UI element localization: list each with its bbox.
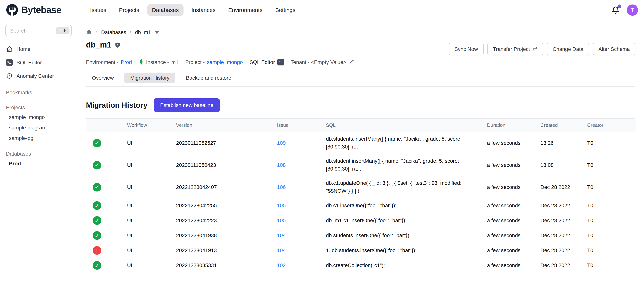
tab-overview[interactable]: Overview [86, 73, 120, 83]
issue-link[interactable]: 104 [277, 232, 286, 238]
created-cell: Dec 28 2022 [540, 213, 587, 228]
column-header [86, 119, 127, 132]
title-row: db_m1 Sync NowTransfer Project⇄Change Da… [86, 40, 636, 55]
sidebar-item-sample-diagram[interactable]: sample-diagram [5, 122, 72, 133]
duration-cell: a few seconds [487, 176, 540, 198]
created-cell: 13:08 [540, 154, 587, 176]
issue-link[interactable]: 105 [277, 202, 286, 208]
sidebar-item-sample-mongo[interactable]: sample_mongo [5, 112, 72, 122]
created-cell: Dec 28 2022 [540, 176, 587, 198]
table-row[interactable]: ✓ UI 20230111050423 108 db.student.inser… [86, 154, 636, 176]
table-row[interactable]: ✓ UI 20221228042223 105 db_m1.c1.insertO… [86, 213, 636, 228]
issue-link[interactable]: 105 [277, 217, 286, 223]
creator-cell: T0 [587, 258, 636, 273]
issue-link[interactable]: 108 [277, 162, 286, 168]
top-nav-instances[interactable]: Instances [187, 4, 220, 16]
top-nav-settings[interactable]: Settings [270, 4, 300, 16]
duration-cell: a few seconds [487, 243, 540, 258]
table-row[interactable]: ✓ UI 20221228042255 105 db.c1.insertOne(… [86, 198, 636, 213]
shield-alert-icon [6, 73, 13, 79]
duration-cell: a few seconds [487, 132, 540, 154]
breadcrumb-databases[interactable]: Databases [101, 29, 126, 35]
search-input[interactable] [9, 27, 53, 34]
duration-cell: a few seconds [487, 228, 540, 243]
tab-migration-history[interactable]: Migration History [124, 73, 176, 83]
creator-cell: T0 [587, 213, 636, 228]
duration-cell: a few seconds [487, 258, 540, 273]
project-link[interactable]: sample_mongo [207, 59, 243, 65]
column-header: Version [176, 119, 277, 132]
transfer-project-button[interactable]: Transfer Project⇄ [488, 43, 543, 55]
top-right: T [611, 4, 638, 16]
sync-now-button[interactable]: Sync Now [449, 43, 484, 55]
environment-link[interactable]: Prod [121, 59, 132, 65]
sql-cell: db.c1.updateOne( { _id: 3 }, [ { $set: {… [326, 176, 487, 198]
notification-dot [618, 4, 621, 8]
duration-cell: a few seconds [487, 154, 540, 176]
version-cell: 20221228042407 [176, 176, 277, 198]
tab-backup-and-restore[interactable]: Backup and restore [180, 73, 237, 83]
brand-name: Bytebase [21, 5, 61, 15]
version-cell: 20221228035331 [176, 258, 277, 273]
edit-pencil-icon[interactable] [348, 59, 354, 65]
top-nav-issues[interactable]: Issues [85, 4, 111, 16]
instance-link[interactable]: m1 [171, 59, 178, 65]
issue-link[interactable]: 102 [277, 262, 286, 268]
duration-cell: a few seconds [487, 213, 540, 228]
sidebar-item-anomaly-center[interactable]: Anomaly Center [5, 70, 72, 82]
table-row[interactable]: ✓ UI 20230111052527 109 db.students.inse… [86, 132, 636, 154]
terminal-icon: >_ [6, 59, 13, 66]
sidebar-item-home[interactable]: Home [5, 43, 72, 55]
top-nav-environments[interactable]: Environments [223, 4, 267, 16]
meta-sql-editor[interactable]: SQL Editor >_ [250, 59, 284, 66]
column-header: Creator [587, 119, 636, 132]
status-error-icon: ! [93, 246, 101, 255]
status-success-icon: ✓ [93, 183, 101, 191]
notifications-bell-icon[interactable] [611, 6, 620, 15]
table-row[interactable]: ✓ UI 20221228042407 106 db.c1.updateOne(… [86, 176, 636, 198]
alter-schema-button[interactable]: Alter Schema [593, 43, 636, 55]
change-data-button[interactable]: Change Data [547, 43, 589, 55]
app-window: Bytebase IssuesProjectsDatabasesInstance… [0, 0, 644, 297]
terminal-icon: >_ [277, 59, 284, 66]
bytebase-logo-icon [6, 4, 18, 16]
meta-instance: Instance - m1 [138, 59, 178, 66]
issue-link[interactable]: 104 [277, 247, 286, 253]
issue-link[interactable]: 106 [277, 184, 286, 190]
migration-table: WorkflowVersionIssueSQLDurationCreatedCr… [86, 118, 636, 273]
bytebase-logo[interactable]: Bytebase [6, 4, 78, 16]
top-nav-projects[interactable]: Projects [114, 4, 144, 16]
creator-cell: T0 [587, 132, 636, 154]
sidebar-item-sql-editor[interactable]: >_ SQL Editor [5, 57, 72, 69]
workflow-cell: UI [127, 132, 176, 154]
table-row[interactable]: ! UI 20221228041913 104 1. db.students.i… [86, 243, 636, 258]
sidebar-section-bookmarks: Bookmarks [5, 88, 72, 97]
sql-cell: db.student.insertMany([ { name: "Jacika"… [326, 154, 487, 176]
page-actions: Sync NowTransfer Project⇄Change DataAlte… [449, 43, 636, 55]
user-avatar[interactable]: T [627, 4, 638, 16]
creator-cell: T0 [587, 154, 636, 176]
issue-link[interactable]: 109 [277, 140, 286, 146]
breadcrumb-home-icon[interactable] [86, 29, 92, 35]
sidebar-item-label: Anomaly Center [16, 73, 54, 79]
transfer-arrows-icon: ⇄ [533, 46, 538, 52]
database-tabs: OverviewMigration HistoryBackup and rest… [86, 73, 636, 83]
table-row[interactable]: ✓ UI 20221228035331 102 db.createCollect… [86, 258, 636, 273]
created-cell: Dec 28 2022 [540, 198, 587, 213]
database-meta-row: Environment - Prod Instance - m1 Project… [86, 59, 636, 66]
sidebar-section-databases: Databases Prod [5, 149, 72, 169]
table-header-row: WorkflowVersionIssueSQLDurationCreatedCr… [86, 119, 636, 132]
top-nav-databases[interactable]: Databases [147, 4, 184, 16]
table-row[interactable]: ✓ UI 20221228041938 104 db.students.inse… [86, 228, 636, 243]
created-cell: 13:26 [540, 132, 587, 154]
workflow-cell: UI [127, 213, 176, 228]
status-success-icon: ✓ [93, 216, 101, 225]
column-header: Created [540, 119, 587, 132]
sidebar-item-prod[interactable]: Prod [5, 158, 72, 169]
mongodb-leaf-icon [138, 59, 144, 66]
bookmark-star-icon[interactable]: ★ [154, 29, 160, 35]
establish-baseline-button[interactable]: Establish new baseline [154, 98, 220, 112]
sidebar-item-sample-pg[interactable]: sample-pg [5, 133, 72, 143]
sql-cell: db.students.insertOne({"foo": "bar"}); [326, 228, 487, 243]
search-shortcut-badge: ⌘ K [56, 27, 70, 34]
